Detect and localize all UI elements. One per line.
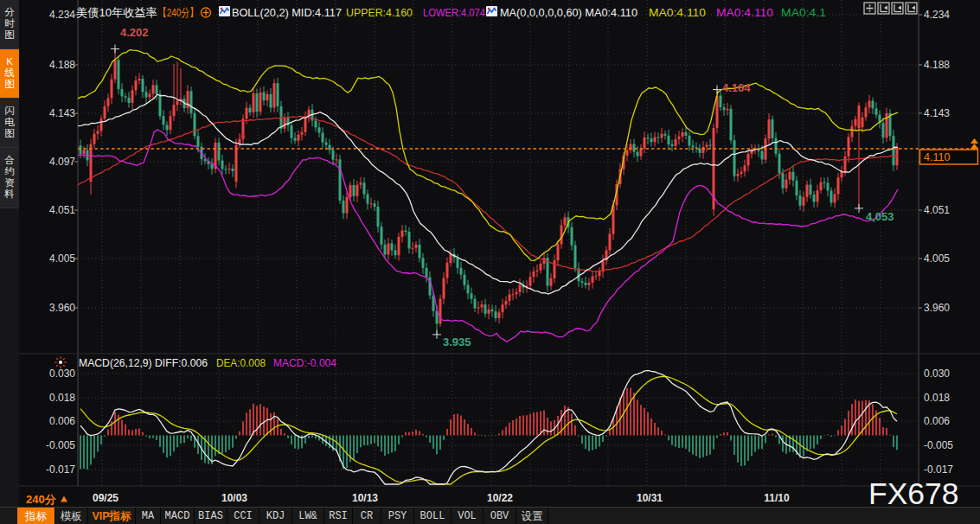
svg-text:4.005: 4.005 [924, 252, 950, 265]
svg-text:BOLL(20,2) MID:4.117: BOLL(20,2) MID:4.117 [232, 6, 342, 19]
svg-text:LOWER:4.074: LOWER:4.074 [423, 6, 485, 19]
svg-text:0.006: 0.006 [924, 415, 950, 427]
svg-text:10/31: 10/31 [637, 492, 663, 504]
svg-text:MA(0,0,0,0,0,60) MA0:4.110: MA(0,0,0,0,0,60) MA0:4.110 [500, 6, 637, 19]
svg-text:4.188: 4.188 [49, 59, 75, 71]
svg-text:10/03: 10/03 [221, 492, 247, 504]
svg-text:-0.005: -0.005 [924, 439, 953, 451]
svg-text:4.051: 4.051 [49, 204, 75, 216]
svg-text:0.030: 0.030 [924, 367, 950, 380]
svg-text:MACD:-0.004: MACD:-0.004 [273, 356, 336, 369]
svg-text:0.030: 0.030 [49, 367, 75, 380]
svg-text:MA0:4.110: MA0:4.110 [716, 6, 773, 19]
svg-text:10/13: 10/13 [352, 492, 378, 504]
svg-text:4.143: 4.143 [924, 107, 950, 119]
svg-text:【240分】: 【240分】 [158, 6, 198, 19]
svg-text:4.005: 4.005 [49, 252, 75, 265]
svg-text:3.960: 3.960 [49, 302, 75, 314]
svg-text:0.006: 0.006 [49, 415, 75, 427]
svg-text:美债10年收益率: 美债10年收益率 [76, 6, 157, 19]
svg-text:MA0:4.1: MA0:4.1 [781, 6, 826, 19]
svg-text:4.164: 4.164 [722, 81, 751, 94]
svg-text:4.188: 4.188 [924, 59, 950, 71]
svg-text:-0.017: -0.017 [46, 463, 75, 476]
svg-text:MA0:4.110: MA0:4.110 [649, 6, 706, 19]
svg-text:4.051: 4.051 [924, 204, 950, 216]
svg-text:UPPER:4.160: UPPER:4.160 [346, 6, 413, 19]
svg-text:4.143: 4.143 [49, 107, 75, 119]
svg-text:4.097: 4.097 [49, 156, 75, 168]
svg-text:DEA:0.008: DEA:0.008 [216, 356, 266, 369]
svg-text:11/10: 11/10 [764, 492, 790, 504]
svg-text:10/22: 10/22 [487, 492, 513, 504]
svg-text:-0.017: -0.017 [924, 463, 953, 476]
svg-text:4.202: 4.202 [120, 26, 149, 39]
svg-text:4.234: 4.234 [49, 9, 75, 21]
svg-text:MACD(26,12,9) DIFF:0.006: MACD(26,12,9) DIFF:0.006 [79, 356, 208, 369]
svg-text:-0.005: -0.005 [46, 439, 75, 451]
svg-text:0.018: 0.018 [49, 392, 75, 404]
svg-text:FX678: FX678 [868, 476, 959, 511]
svg-text:0.018: 0.018 [924, 392, 950, 404]
svg-text:4,053: 4,053 [866, 210, 894, 223]
svg-text:240分: 240分 [26, 493, 57, 506]
svg-text:3.960: 3.960 [924, 302, 950, 314]
svg-text:4.234: 4.234 [924, 9, 950, 21]
svg-text:4.110: 4.110 [924, 151, 950, 163]
svg-text:3.935: 3.935 [443, 335, 471, 348]
svg-text:09/25: 09/25 [93, 492, 118, 504]
